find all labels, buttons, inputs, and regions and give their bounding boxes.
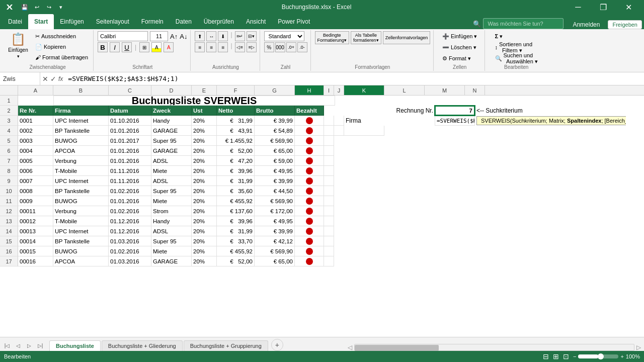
cell-7H[interactable] bbox=[295, 156, 324, 166]
cell-4A[interactable]: 0002 bbox=[18, 126, 53, 136]
cell-4K[interactable] bbox=[344, 126, 384, 136]
zoom-out-icon[interactable]: − bbox=[573, 353, 576, 359]
bedingte-formatierung-button[interactable]: BedingteFormatierung▾ bbox=[315, 31, 350, 44]
cell-3F[interactable]: € 31,99 bbox=[217, 116, 255, 126]
formula-insert-icon[interactable]: fx bbox=[58, 75, 63, 82]
als-tabelle-button[interactable]: Als Tabelleformatieren▾ bbox=[351, 31, 381, 44]
indent-less-button[interactable]: ◁≡ bbox=[235, 42, 245, 52]
wrap-text-button[interactable]: ≡↵ bbox=[235, 31, 245, 41]
col-header-N[interactable]: N bbox=[465, 85, 485, 95]
percent-button[interactable]: % bbox=[264, 42, 274, 52]
cell-15G[interactable]: € 42,12 bbox=[255, 236, 295, 246]
cell-3K[interactable]: =SVERWEIS($K$2;$A$3:$H$74;1) bbox=[435, 116, 475, 126]
cell-12C[interactable]: 01.02.2016 bbox=[109, 206, 151, 216]
cell-14F[interactable]: € 31,99 bbox=[217, 226, 255, 236]
cell-9F[interactable]: € 31,99 bbox=[217, 176, 255, 186]
cell-4G[interactable]: € 54,89 bbox=[255, 126, 295, 136]
ausschneiden-button[interactable]: ✂ Ausschneiden bbox=[33, 31, 90, 41]
cell-6A[interactable]: 0004 bbox=[18, 146, 53, 156]
cell-2B[interactable]: Firma bbox=[53, 106, 109, 116]
cell-17G[interactable]: € 65,00 bbox=[255, 256, 295, 266]
decimal-minus-button[interactable]: .0- bbox=[297, 42, 307, 52]
name-box[interactable]: Zwis bbox=[0, 72, 40, 85]
cell-8B[interactable]: T-Mobile bbox=[53, 166, 109, 176]
cell-14B[interactable]: UPC Internet bbox=[53, 226, 109, 236]
cell-12G[interactable]: € 172,00 bbox=[255, 206, 295, 216]
freigeben-button[interactable]: Freigeben bbox=[608, 20, 642, 29]
sheet-prev-tab-button[interactable]: ◁ bbox=[13, 340, 23, 351]
cell-17D[interactable]: GARAGE bbox=[151, 256, 192, 266]
cell-13G[interactable]: € 49,95 bbox=[255, 216, 295, 226]
tab-datei[interactable]: Datei bbox=[2, 14, 28, 29]
bold-button[interactable]: B bbox=[98, 42, 108, 52]
cell-1N[interactable] bbox=[505, 96, 525, 106]
cell-2K[interactable]: 7 bbox=[435, 106, 475, 116]
cell-9B[interactable]: UPC Internet bbox=[53, 176, 109, 186]
cell-7A[interactable]: 0005 bbox=[18, 156, 53, 166]
cell-5F[interactable]: € 1.455,92 bbox=[217, 136, 255, 146]
cell-15E[interactable]: 20% bbox=[192, 236, 217, 246]
cell-17B[interactable]: APCOA bbox=[53, 256, 109, 266]
minimize-button[interactable]: ─ bbox=[567, 0, 590, 14]
cell-14C[interactable]: 01.12.2016 bbox=[109, 226, 151, 236]
sheet-last-tab-button[interactable]: ▷| bbox=[35, 340, 45, 351]
cell-5A[interactable]: 0003 bbox=[18, 136, 53, 146]
font-grow-icon[interactable]: A↑ bbox=[170, 33, 178, 40]
cell-15D[interactable]: Super 95 bbox=[151, 236, 192, 246]
sheet-tab-buchungsliste[interactable]: Buchungsliste bbox=[49, 340, 101, 351]
cell-8D[interactable]: Miete bbox=[151, 166, 192, 176]
align-top-button[interactable]: ⬆ bbox=[195, 31, 205, 41]
cell-4J[interactable] bbox=[334, 126, 344, 136]
cell-12F[interactable]: € 137,60 bbox=[217, 206, 255, 216]
italic-button[interactable]: I bbox=[110, 42, 120, 52]
cell-6G[interactable]: € 65,00 bbox=[255, 146, 295, 156]
cell-7C[interactable]: 01.01.2016 bbox=[109, 156, 151, 166]
col-header-D[interactable]: D bbox=[151, 85, 192, 95]
scroll-left-icon[interactable]: ◁ bbox=[348, 344, 352, 351]
cell-3E[interactable]: 20% bbox=[192, 116, 217, 126]
cell-3C[interactable]: 01.10.2016 bbox=[109, 116, 151, 126]
cell-12H[interactable] bbox=[295, 206, 324, 216]
cell-15H[interactable] bbox=[295, 236, 324, 246]
cell-11B[interactable]: BUWOG bbox=[53, 196, 109, 206]
tab-daten[interactable]: Daten bbox=[170, 14, 198, 29]
summe-button[interactable]: Σ ▾ bbox=[493, 31, 505, 41]
cell-4D[interactable]: GARAGE bbox=[151, 126, 192, 136]
cell-13F[interactable]: € 39,96 bbox=[217, 216, 255, 226]
cell-10B[interactable]: BP Tankstelle bbox=[53, 186, 109, 196]
align-left-button[interactable]: ≡ bbox=[195, 42, 205, 52]
col-header-H[interactable]: H bbox=[295, 85, 324, 95]
cell-17C[interactable]: 01.03.2016 bbox=[109, 256, 151, 266]
sheet-next-tab-button[interactable]: ▷ bbox=[24, 340, 34, 351]
scroll-right-icon[interactable]: ▷ bbox=[636, 344, 641, 351]
format-button[interactable]: ⚙ Format ▾ bbox=[440, 53, 473, 63]
thousands-button[interactable]: 000 bbox=[275, 42, 285, 52]
cell-2A[interactable]: Re Nr. bbox=[18, 106, 53, 116]
cell-5C[interactable]: 01.01.2017 bbox=[109, 136, 151, 146]
format-uebertragen-button[interactable]: 🖌 Format übertragen bbox=[33, 52, 90, 62]
cell-15C[interactable]: 01.03.2016 bbox=[109, 236, 151, 246]
col-header-G[interactable]: G bbox=[255, 85, 295, 95]
cell-12E[interactable]: 20% bbox=[192, 206, 217, 216]
cell-16H[interactable] bbox=[295, 246, 324, 256]
cell-5G[interactable]: € 569,90 bbox=[255, 136, 295, 146]
cell-4I[interactable] bbox=[324, 126, 334, 136]
cell-2J[interactable] bbox=[334, 106, 344, 116]
cell-14D[interactable]: ADSL bbox=[151, 226, 192, 236]
cell-11H[interactable] bbox=[295, 196, 324, 206]
cell-10E[interactable]: 20% bbox=[192, 186, 217, 196]
cell-12A[interactable]: 00011 bbox=[18, 206, 53, 216]
cell-10D[interactable]: Super 95 bbox=[151, 186, 192, 196]
cell-17H[interactable] bbox=[295, 256, 324, 266]
cell-9E[interactable]: 20% bbox=[192, 176, 217, 186]
align-right-button[interactable]: ≡ bbox=[218, 42, 228, 52]
cell-5B[interactable]: BUWOG bbox=[53, 136, 109, 146]
customize-qa-icon[interactable]: ▾ bbox=[55, 2, 66, 13]
normal-view-icon[interactable]: ⊞ bbox=[553, 352, 559, 360]
align-middle-button[interactable]: ↔ bbox=[206, 31, 216, 41]
cell-16F[interactable]: € 455,92 bbox=[217, 246, 255, 256]
cell-15I[interactable] bbox=[324, 236, 334, 246]
close-button[interactable]: ✕ bbox=[617, 0, 640, 14]
font-name-input[interactable] bbox=[98, 31, 148, 41]
cell-5E[interactable]: 20% bbox=[192, 136, 217, 146]
